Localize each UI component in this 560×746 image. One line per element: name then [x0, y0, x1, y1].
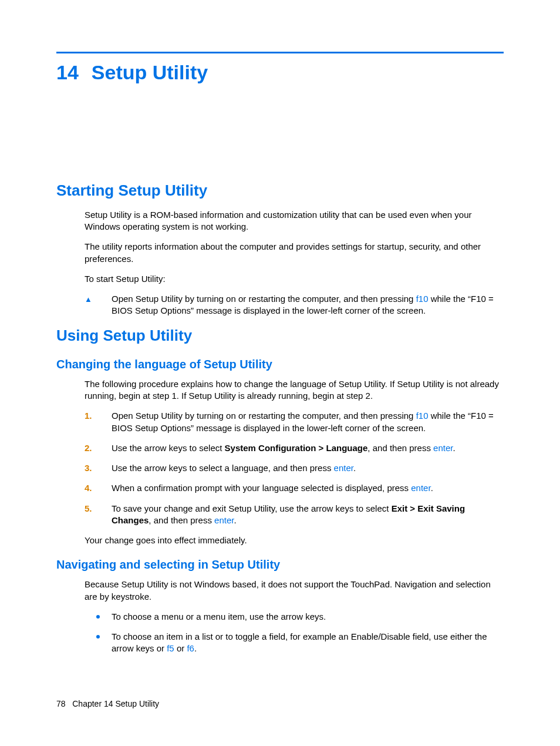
step-text: Use the arrow keys to select a language,…	[112, 462, 504, 474]
step-text: Open Setup Utility by turning on or rest…	[112, 410, 504, 434]
bullet-icon	[85, 611, 112, 619]
footer-label: Chapter 14 Setup Utility	[72, 699, 159, 708]
subsection-language-body: The following procedure explains how to …	[85, 378, 504, 547]
subsection-nav-body: Because Setup Utility is not Windows bas…	[85, 579, 504, 654]
step-text: To save your change and exit Setup Utili…	[112, 503, 504, 527]
step-number: 5.	[85, 503, 92, 513]
bullet-item: To choose a menu or a menu item, use the…	[85, 611, 504, 623]
key-f5: f5	[167, 643, 174, 653]
page-number: 78	[56, 699, 66, 708]
section-using-heading: Using Setup Utility	[56, 325, 504, 346]
section-starting-heading: Starting Setup Utility	[56, 180, 504, 201]
section-starting-body: Setup Utility is a ROM-based information…	[85, 209, 504, 317]
step-text: Use the arrow keys to select System Conf…	[112, 442, 504, 454]
key-enter: enter	[433, 443, 453, 453]
step-number: 3.	[85, 463, 92, 473]
chapter-title: Setup Utility	[92, 61, 208, 83]
key-enter: enter	[334, 463, 353, 473]
bullet-icon	[85, 631, 112, 639]
bullet-text: To choose an item in a list or to toggle…	[112, 631, 504, 655]
chapter-number: 14	[56, 61, 79, 83]
subsection-nav-heading: Navigating and selecting in Setup Utilit…	[56, 557, 504, 573]
action-step: ▲ Open Setup Utility by turning on or re…	[85, 293, 504, 317]
paragraph: The following procedure explains how to …	[85, 378, 504, 402]
subsection-language-heading: Changing the language of Setup Utility	[56, 357, 504, 372]
bullet-text: To choose a menu or a menu item, use the…	[112, 611, 504, 623]
paragraph: To start Setup Utility:	[85, 273, 504, 285]
key-f6: f6	[187, 643, 194, 653]
bullet-item: To choose an item in a list or to toggle…	[85, 631, 504, 655]
page-footer: 78 Chapter 14 Setup Utility	[56, 698, 159, 710]
key-enter: enter	[411, 483, 430, 493]
ordered-step: 3. Use the arrow keys to select a langua…	[85, 462, 504, 474]
step-text: Open Setup Utility by turning on or rest…	[112, 293, 504, 317]
triangle-up-icon: ▲	[85, 293, 112, 305]
key-enter: enter	[214, 515, 234, 525]
chapter-heading: 14Setup Utility	[56, 59, 504, 86]
menu-path: System Configuration > Language	[225, 443, 368, 453]
step-number: 1.	[85, 411, 92, 421]
paragraph: Setup Utility is a ROM-based information…	[85, 209, 504, 233]
key-f10: f10	[416, 411, 429, 421]
paragraph: Your change goes into effect immediately…	[85, 535, 504, 546]
ordered-step: 5. To save your change and exit Setup Ut…	[85, 503, 504, 527]
paragraph: The utility reports information about th…	[85, 241, 504, 265]
step-text: When a confirmation prompt with your lan…	[112, 482, 504, 494]
ordered-step: 2. Use the arrow keys to select System C…	[85, 442, 504, 454]
key-f10: f10	[416, 294, 429, 304]
paragraph: Because Setup Utility is not Windows bas…	[85, 579, 504, 603]
ordered-step: 4. When a confirmation prompt with your …	[85, 482, 504, 494]
top-rule	[56, 52, 504, 53]
step-number: 4.	[85, 483, 92, 493]
step-number: 2.	[85, 443, 92, 453]
ordered-step: 1. Open Setup Utility by turning on or r…	[85, 410, 504, 434]
